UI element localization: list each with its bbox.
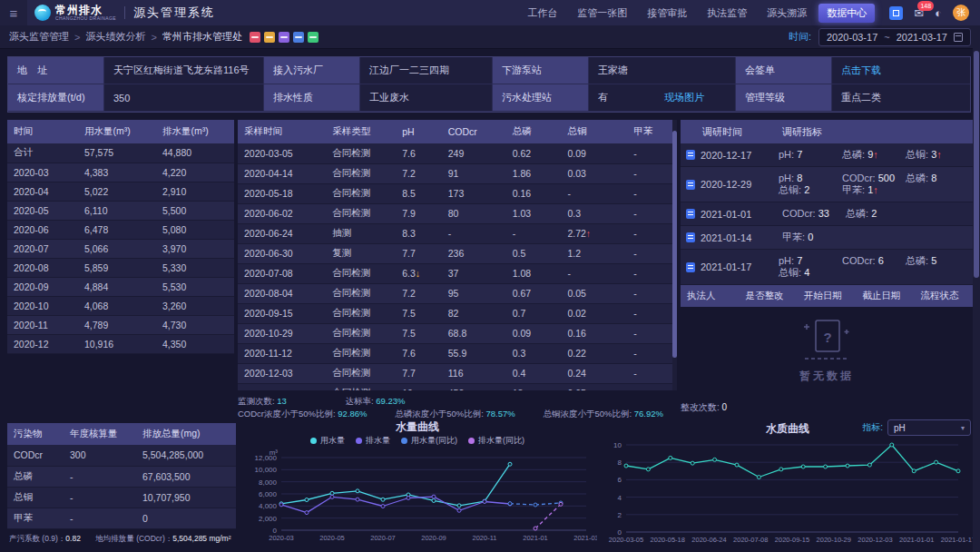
legend-item[interactable]: 用水量 — [310, 435, 345, 447]
table-cell: 2020-08-04 — [238, 283, 326, 303]
survey-metric: 总磷: 2 — [846, 208, 906, 220]
indicator-select[interactable]: pH ▾ — [887, 419, 971, 436]
user-avatar[interactable]: 张 — [953, 5, 969, 21]
table-cell: 173 — [442, 183, 506, 203]
stat-copper-label: 总铜浓度小于50%比例: — [543, 409, 632, 419]
table-cell: 57,575 — [78, 143, 156, 163]
table-cell: 合同检测 — [326, 263, 396, 283]
red-badge-icon[interactable] — [250, 32, 260, 43]
table-cell: 0.09 — [561, 143, 627, 163]
table-cell: 0.16 — [561, 323, 627, 343]
nav-item-takeover-approval[interactable]: 接管审批 — [639, 4, 695, 23]
water-volume-chart: 水量曲线 用水量排水量用水量(同比)排水量(同比) 02,0004,0006,0… — [238, 419, 597, 547]
table-row: 2020-08-04合同检测7.2950.670.05- — [238, 283, 677, 303]
survey-metric: 总铜: 3↑ — [906, 149, 965, 161]
svg-text:2,000: 2,000 — [259, 515, 278, 523]
survey-metrics: pH: 7CODcr: 6总磷: 5总铜: 4 — [779, 250, 973, 284]
date-separator: ~ — [884, 32, 889, 43]
table-cell: 0.22 — [561, 343, 627, 363]
system-title: 源头管理系统 — [133, 5, 215, 21]
svg-text:?: ? — [823, 330, 831, 345]
table-cell: - — [627, 363, 677, 383]
table-row: 2020-05-18合同检测8.51730.16-- — [238, 183, 677, 203]
nav-item-supervision-map[interactable]: 监管一张图 — [569, 4, 635, 23]
table-cell: 7.5 — [396, 303, 442, 323]
table-cell: 95 — [442, 283, 506, 303]
legend-item[interactable]: 用水量(同比) — [401, 435, 457, 447]
table-cell: 6,110 — [78, 201, 156, 220]
table-cell: 5,080 — [156, 220, 234, 239]
date-range-picker[interactable]: 2020-03-17 ~ 2021-03-17 — [818, 28, 971, 46]
sampling-table-header: 采样时间采样类型pHCODcr总磷总铜甲苯 — [238, 120, 677, 143]
info-label-drainage-type: 排水性质 — [264, 84, 360, 112]
column-header: CODcr — [442, 120, 506, 143]
date-end: 2021-03-17 — [897, 32, 947, 43]
table-cell: 7.6 — [396, 343, 442, 363]
svg-text:2020-10-29: 2020-10-29 — [817, 536, 851, 544]
yellow-badge-icon[interactable] — [264, 32, 275, 43]
svg-text:2021-03: 2021-03 — [573, 534, 597, 542]
messages-icon[interactable]: ✉ 148 — [914, 6, 924, 20]
nav-item-enforcement[interactable]: 执法监管 — [699, 4, 755, 23]
table-cell: 0.5 — [506, 243, 562, 263]
survey-metric: CODcr: 500 — [842, 172, 902, 184]
breadcrumb-item-performance-analysis[interactable]: 源头绩效分析 — [85, 30, 145, 44]
table-cell: - — [627, 223, 677, 243]
svg-text:2021-01-01: 2021-01-01 — [899, 536, 934, 544]
table-cell: 236 — [442, 243, 506, 263]
table-cell: 2020-09-15 — [238, 303, 326, 323]
nav-item-source-tracing[interactable]: 源头溯源 — [759, 4, 815, 23]
table-cell: 5,500 — [156, 201, 234, 220]
table-cell: 0.24 — [561, 363, 627, 383]
table-cell: 合同检测 — [326, 363, 396, 383]
survey-metrics: 甲苯: 0 — [782, 226, 973, 249]
table-cell: 249 — [442, 143, 506, 163]
sampling-scrollbar-thumb[interactable] — [672, 131, 677, 358]
coefficient-label: 产污系数 (0.9)： — [9, 534, 65, 543]
page-scrollbar[interactable] — [973, 0, 980, 552]
legend-item[interactable]: 排水量 — [356, 435, 390, 447]
water-quality-chart: 水质曲线 指标: pH ▾ 02468102020-03-052020-05-1… — [603, 419, 973, 547]
breadcrumb-item-source-supervision[interactable]: 源头监管管理 — [9, 30, 69, 44]
table-cell: 2020-04 — [7, 182, 78, 201]
table-cell: 10,707,950 — [136, 487, 236, 508]
info-label-approved-discharge: 核定排放量(t/d) — [8, 84, 104, 112]
table-row: 2020-075,0663,970 — [7, 239, 234, 258]
table-cell: 5,022 — [78, 182, 156, 201]
svg-text:2020-09: 2020-09 — [421, 534, 446, 542]
svg-text:2020-05: 2020-05 — [319, 534, 345, 542]
stat-codcr-value: 92.86% — [338, 409, 367, 419]
screen-icon[interactable] — [889, 6, 903, 20]
logo-subtitle: CHANGZHOU DRAINAGE — [55, 15, 116, 21]
table-cell: 4,383 — [78, 163, 156, 182]
sampling-scrollbar[interactable] — [672, 120, 677, 390]
table-cell: 2020-10 — [7, 296, 78, 315]
survey-metric: 总磷: 9↑ — [842, 149, 902, 161]
purple-badge-icon[interactable] — [279, 32, 289, 43]
table-cell: 2020-08 — [7, 258, 78, 277]
menu-toggle-icon[interactable]: ≡ — [0, 0, 27, 25]
table-cell: 0.67 — [506, 283, 562, 303]
info-value-pump-station: 王家塘 — [589, 57, 736, 84]
green-badge-icon[interactable] — [308, 32, 318, 43]
survey-row: 2021-01-14甲苯: 0 — [681, 226, 973, 250]
table-row: 2020-094,8845,530 — [7, 277, 234, 296]
survey-time: 2021-01-14 — [681, 226, 782, 249]
legend-item[interactable]: 排水量(同比) — [468, 435, 524, 447]
table-cell: 0.4 — [506, 363, 562, 383]
column-header: 截止日期 — [856, 285, 914, 307]
site-photo-link[interactable]: 现场图片 — [664, 91, 704, 104]
theme-toggle-icon[interactable]: ◐ — [935, 6, 942, 20]
svg-text:2020-09-15: 2020-09-15 — [775, 536, 809, 544]
svg-text:8: 8 — [618, 458, 622, 467]
download-link[interactable]: 点击下载 — [841, 64, 881, 77]
page-scrollbar-thumb[interactable] — [974, 51, 979, 278]
blue-badge-icon[interactable] — [293, 32, 304, 43]
table-cell: 2020-06-30 — [238, 243, 326, 263]
table-row: 2020-07-08合同检测6.3↓371.08-- — [238, 263, 677, 283]
enforcement-empty-state: ? 暂无数据 — [681, 307, 973, 394]
breadcrumb-separator: > — [74, 32, 80, 43]
nav-item-workbench[interactable]: 工作台 — [519, 4, 565, 23]
divider — [124, 6, 125, 19]
nav-item-data-center[interactable]: 数据中心 — [818, 4, 875, 23]
